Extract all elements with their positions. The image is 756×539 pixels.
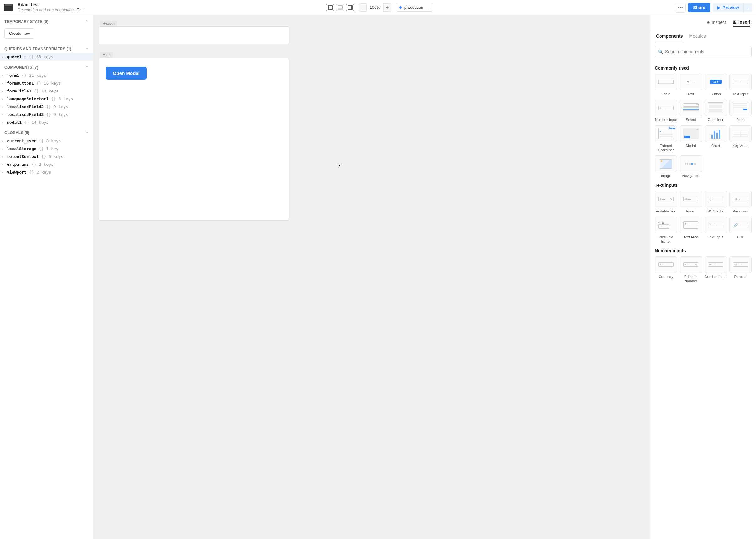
temp-state-section-header[interactable]: TEMPORARY STATE (0) ⌃	[0, 15, 93, 26]
component-item-email[interactable]: ✉—Email	[680, 191, 702, 214]
component-item-table[interactable]: Table	[655, 74, 677, 97]
queries-section-header[interactable]: QUERIES AND TRANSFORMERS (1) ⌃	[0, 42, 93, 53]
component-item-modal[interactable]: Modal	[680, 125, 702, 152]
tree-row-meta: 2 keys	[39, 162, 53, 167]
component-label: Container	[708, 118, 723, 122]
tree-row-viewport[interactable]: ▸viewport{}2 keys	[0, 168, 93, 176]
tree-row-meta: 9 keys	[53, 104, 68, 109]
component-thumb	[705, 125, 727, 142]
tree-row-localisedField3[interactable]: ▸localisedField3{}9 keys	[0, 111, 93, 118]
right-top-tabs: ◈ Inspect ⊞ Insert	[651, 15, 756, 31]
globals-section-header[interactable]: GLOBALS (5) ⌃	[0, 126, 93, 137]
tree-row-name: current_user	[7, 138, 36, 143]
tree-row-current_user[interactable]: ▸current_user{}8 keys	[0, 137, 93, 145]
component-item-form[interactable]: Form	[729, 100, 752, 122]
layout-bottom-panel-toggle[interactable]	[336, 4, 344, 11]
component-item-percent[interactable]: %—Percent	[729, 256, 752, 283]
tree-row-languageSelector1[interactable]: ▸languageSelector1{}8 keys	[0, 95, 93, 103]
braces-icon: {}	[51, 97, 56, 101]
tab-components[interactable]: Components	[656, 34, 683, 42]
component-label: Password	[732, 209, 748, 214]
component-item-button[interactable]: ActionButton	[705, 74, 727, 97]
component-item-textarea[interactable]: T—Text Area	[680, 217, 702, 244]
component-item-json[interactable]: {}JSON Editor	[705, 191, 727, 214]
search-input[interactable]	[655, 46, 752, 57]
env-label: production	[404, 5, 423, 10]
component-item-kv[interactable]: Key Value	[729, 125, 752, 152]
preview-button[interactable]: ▶ Preview	[713, 3, 743, 12]
component-label: Modal	[686, 144, 696, 148]
component-item-nav[interactable]: Navigation	[680, 155, 702, 178]
component-item-editabletext[interactable]: T—✎Editable Text	[655, 191, 677, 214]
caret-icon: ▸	[2, 163, 4, 166]
components-section-header[interactable]: COMPONENTS (7) ⌃	[0, 61, 93, 71]
app-icon[interactable]	[4, 4, 13, 11]
component-item-image[interactable]: Image	[655, 155, 677, 178]
component-label: Form	[736, 118, 745, 122]
tree-row-formTitle1[interactable]: ▸formTitle1{}13 keys	[0, 87, 93, 95]
component-item-tabbed[interactable]: ALNewTabbed Container	[655, 125, 677, 152]
canvas-main-frame[interactable]: Open Modal	[99, 58, 289, 221]
tree-row-formButton1[interactable]: ▸formButton1{}16 keys	[0, 79, 93, 87]
tree-row-localStorage[interactable]: ▸localStorage{}1 key	[0, 145, 93, 153]
component-list[interactable]: Commonly usedTableM↓ —TextActionButtonT—…	[651, 61, 756, 539]
tab-modules[interactable]: Modules	[689, 34, 706, 42]
component-label: Key Value	[732, 144, 749, 148]
braces-icon: {}	[29, 170, 34, 175]
layout-right-panel-toggle[interactable]	[346, 4, 354, 11]
canvas-header-frame[interactable]	[99, 26, 289, 44]
tree-row-query1[interactable]: ▸query1⎌{}63 keys	[0, 53, 93, 61]
component-item-chart[interactable]: Chart	[705, 125, 727, 152]
tab-inspect[interactable]: ◈ Inspect	[707, 20, 726, 27]
canvas-header-label: Header	[100, 21, 117, 26]
layers-icon: ◈	[707, 20, 710, 25]
component-thumb: ALNew	[655, 125, 677, 142]
zoom-in-button[interactable]: +	[383, 3, 391, 12]
tab-insert[interactable]: ⊞ Insert	[733, 20, 750, 27]
canvas[interactable]: Header Main Open Modal ➤	[93, 15, 650, 539]
component-item-numberinput[interactable]: #—Number Input	[655, 100, 677, 122]
component-item-container[interactable]: Container	[705, 100, 727, 122]
more-button[interactable]: •••	[675, 3, 686, 13]
insert-icon: ⊞	[733, 20, 736, 25]
component-item-numberinput[interactable]: #—Number Input	[705, 256, 727, 283]
tree-row-name: localStorage	[7, 146, 36, 151]
component-item-textinput[interactable]: T—Text Input	[729, 74, 752, 97]
edit-description-link[interactable]: Edit	[77, 8, 84, 12]
environment-select[interactable]: production ⌄	[396, 3, 434, 12]
tree-row-localisedField2[interactable]: ▸localisedField2{}9 keys	[0, 103, 93, 111]
component-item-password[interactable]: ⚿••Password	[729, 191, 752, 214]
component-item-select[interactable]: Select	[680, 100, 702, 122]
component-item-url[interactable]: 🔗—URL	[729, 217, 752, 244]
layout-left-panel-toggle[interactable]	[326, 4, 334, 11]
cursor-icon: ➤	[336, 162, 342, 169]
component-item-text[interactable]: M↓ —Text	[680, 74, 702, 97]
tree-row-modal1[interactable]: ▸modal1{}14 keys	[0, 118, 93, 126]
component-item-textinput[interactable]: T—Text Input	[705, 217, 727, 244]
caret-icon: ▸	[2, 121, 4, 124]
component-label: Number Input	[705, 275, 726, 279]
chevron-up-icon: ⌃	[86, 47, 88, 51]
braces-icon: {}	[22, 73, 27, 78]
braces-icon: {}	[46, 104, 51, 109]
tree-row-name: languageSelector1	[7, 97, 48, 101]
braces-icon: {}	[46, 112, 51, 117]
component-thumb: ⚿••	[729, 191, 752, 207]
component-label: Text Input	[732, 92, 748, 97]
create-new-button[interactable]: Create new	[4, 28, 34, 38]
tree-row-form1[interactable]: ▸form1{}21 keys	[0, 71, 93, 79]
svg-rect-1	[328, 5, 329, 9]
share-button[interactable]: Share	[688, 3, 710, 12]
component-label: Table	[662, 92, 670, 97]
component-thumb: 🔗—	[729, 217, 752, 233]
component-item-currency[interactable]: $—Currency	[655, 256, 677, 283]
component-item-editnum[interactable]: #—✎Editable Number	[680, 256, 702, 283]
component-item-rte[interactable]: B I U "—Rich Text Editor	[655, 217, 677, 244]
tree-row-urlparams[interactable]: ▸urlparams{}2 keys	[0, 160, 93, 168]
tree-row-retoolContext[interactable]: ▸retoolContext{}6 keys	[0, 153, 93, 160]
zoom-out-button[interactable]: -	[359, 3, 367, 12]
search-icon: 🔍	[658, 49, 663, 54]
open-modal-button[interactable]: Open Modal	[106, 67, 147, 80]
component-label: Rich Text Editor	[655, 235, 677, 244]
preview-dropdown-button[interactable]: ⌄	[743, 3, 752, 12]
